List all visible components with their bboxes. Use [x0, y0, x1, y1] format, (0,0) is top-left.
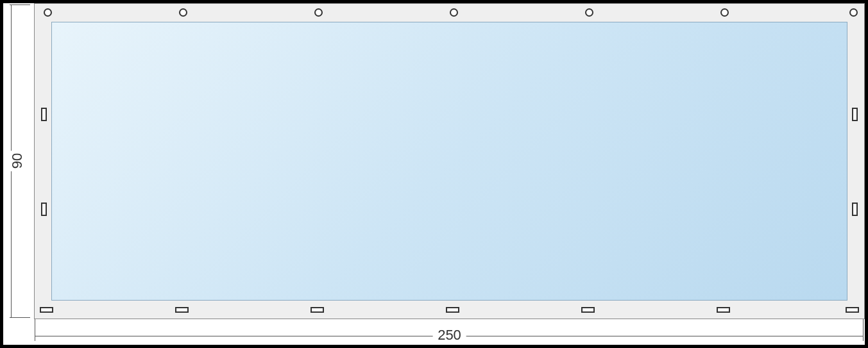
dimension-height: 90: [8, 151, 27, 171]
drawing-frame: 90 250: [2, 2, 866, 346]
dimension-vertical: 90: [3, 3, 34, 320]
eyelet-circle-icon: [44, 8, 52, 17]
banner-frame: [34, 3, 865, 319]
eyelet-slot-icon: [846, 307, 859, 313]
dim-tick-left: [35, 319, 35, 341]
dim-tick-right: [863, 319, 864, 341]
eyelet-circle-icon: [179, 8, 187, 17]
eyelet-circle-icon: [585, 8, 593, 17]
eyelet-slot-icon: [175, 307, 189, 313]
eyelet-circle-icon: [849, 8, 858, 17]
dimension-width: 250: [432, 326, 466, 345]
eyelet-slot-icon: [717, 307, 730, 313]
eyelet-slot-icon: [40, 307, 53, 313]
eyelet-slot-icon: [446, 307, 459, 313]
eyelet-slot-icon: [41, 203, 47, 216]
dim-tick-bottom: [10, 317, 30, 318]
eyelet-circle-icon: [450, 8, 458, 17]
eyelet-slot-icon: [41, 108, 47, 121]
dim-tick-top: [10, 4, 30, 5]
eyelet-circle-icon: [314, 8, 323, 17]
eyelet-circle-icon: [720, 8, 729, 17]
dimension-horizontal: 250: [34, 318, 865, 345]
banner-canvas: [51, 22, 847, 301]
eyelet-slot-icon: [852, 203, 858, 216]
eyelet-slot-icon: [852, 108, 858, 121]
eyelet-slot-icon: [581, 307, 595, 313]
eyelet-slot-icon: [311, 307, 324, 313]
